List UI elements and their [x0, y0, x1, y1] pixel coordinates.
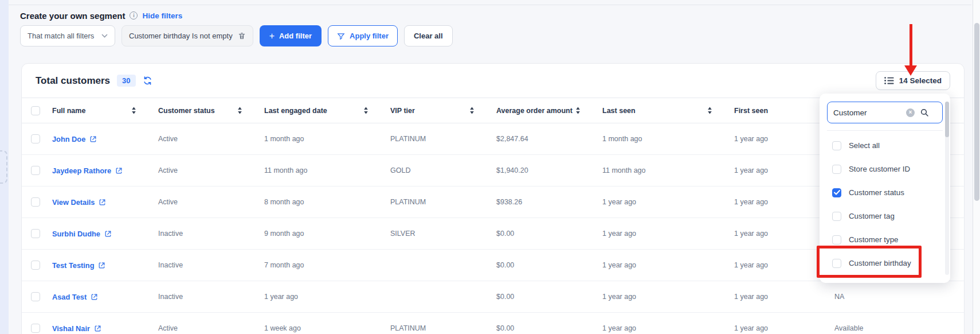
customer-status-cell: Active	[158, 166, 264, 174]
column-header-customer-status[interactable]: Customer status	[158, 107, 264, 115]
column-header-label: First seen	[734, 107, 768, 115]
customer-name-link[interactable]: Asad Test	[52, 293, 87, 301]
unchecked-checkbox[interactable]	[832, 212, 841, 221]
column-header-last-engaged-date[interactable]: Last engaged date	[264, 107, 390, 115]
vip-tier-cell: PLATINUM	[390, 135, 496, 143]
external-link-icon[interactable]	[104, 230, 112, 238]
column-option-list: Select allStore customer IDCustomer stat…	[820, 134, 950, 275]
customer-name-link[interactable]: View Details	[52, 198, 95, 207]
customer-name-link[interactable]: Surbhi Dudhe	[52, 230, 100, 238]
full-name-cell: Asad Test	[52, 293, 158, 301]
customer-status-cell: Active	[158, 198, 264, 206]
row-checkbox[interactable]	[31, 197, 40, 207]
customer-status-cell: Inactive	[158, 230, 264, 238]
customer-status-cell: Inactive	[158, 261, 264, 269]
refresh-icon[interactable]	[143, 76, 152, 86]
last-seen-cell: 1 year ago	[602, 293, 734, 301]
collapsed-rail-fragment	[0, 150, 7, 184]
customer-name-link[interactable]: Test Testing	[52, 261, 94, 270]
row-checkbox[interactable]	[31, 292, 40, 301]
apply-filter-label: Apply filter	[350, 32, 389, 40]
unchecked-checkbox[interactable]	[832, 235, 841, 244]
customer-status-cell: Active	[158, 324, 264, 332]
add-filter-button[interactable]: + Add filter	[260, 25, 322, 46]
count-badge: 30	[117, 75, 135, 87]
column-option-customer-status[interactable]: Customer status	[820, 181, 950, 204]
last-engaged-date-cell: 1 month ago	[264, 135, 390, 143]
customer-name-link[interactable]: John Doe	[52, 135, 85, 143]
full-name-cell: Surbhi Dudhe	[52, 230, 158, 238]
column-option-label: Customer status	[849, 188, 904, 197]
panel-scrollbar[interactable]	[945, 102, 949, 275]
filter-bar: That match all filters Customer birthday…	[20, 25, 453, 46]
column-header-label: Last seen	[602, 107, 636, 115]
column-header-average-order-amount[interactable]: Average order amount	[496, 107, 602, 115]
funnel-icon	[337, 32, 345, 40]
trash-icon[interactable]	[238, 32, 246, 40]
column-option-label: Store customer ID	[849, 165, 910, 173]
active-filter-chip[interactable]: Customer birthday Is not empty	[121, 25, 253, 46]
column-search-input[interactable]	[833, 108, 901, 117]
external-link-icon[interactable]	[94, 325, 101, 332]
row-checkbox-cell	[22, 261, 52, 270]
sort-icon[interactable]	[707, 107, 712, 114]
external-link-icon[interactable]	[89, 135, 97, 143]
info-icon[interactable]: i	[130, 11, 138, 20]
last-seen-cell: 11 month ago	[602, 166, 734, 174]
customer-name-link[interactable]: Jaydeep Rathore	[52, 166, 111, 175]
row-checkbox[interactable]	[31, 166, 40, 175]
sort-icon[interactable]	[237, 107, 242, 114]
select-all-rows-checkbox[interactable]	[31, 106, 40, 115]
unchecked-checkbox[interactable]	[832, 259, 841, 268]
customer-name-link[interactable]: Vishal Nair	[52, 324, 90, 333]
red-arrow-head	[904, 65, 917, 76]
last-engaged-date-cell: 9 month ago	[264, 230, 390, 238]
column-option-store-customer-id[interactable]: Store customer ID	[820, 157, 950, 181]
apply-filter-button[interactable]: Apply filter	[328, 25, 398, 46]
search-icon[interactable]	[920, 108, 929, 117]
row-checkbox[interactable]	[31, 229, 40, 238]
panel-scroll-thumb[interactable]	[945, 102, 949, 137]
chevron-down-icon	[101, 34, 108, 38]
column-option-customer-type[interactable]: Customer type	[820, 228, 950, 251]
column-header-full-name[interactable]: Full name	[52, 107, 158, 115]
page-scroll-thumb[interactable]	[974, 23, 979, 201]
external-link-icon[interactable]	[98, 262, 105, 269]
column-header-last-seen[interactable]: Last seen	[602, 107, 734, 115]
clear-all-label: Clear all	[414, 32, 443, 40]
unchecked-checkbox[interactable]	[832, 165, 841, 174]
column-option-label: Customer birthday	[849, 259, 911, 267]
row-checkbox[interactable]	[31, 261, 40, 270]
column-option-customer-birthday[interactable]: Customer birthday	[820, 251, 950, 275]
clear-icon[interactable]: ×	[906, 108, 915, 117]
match-mode-value: That match all filters	[28, 32, 94, 40]
external-link-icon[interactable]	[115, 167, 123, 174]
clear-all-button[interactable]: Clear all	[404, 25, 453, 46]
external-link-icon[interactable]	[99, 199, 106, 206]
sort-icon[interactable]	[363, 107, 369, 114]
card-header: Total customers 30 14 Selected	[22, 64, 964, 98]
row-checkbox[interactable]	[31, 134, 40, 143]
external-link-icon[interactable]	[91, 293, 98, 301]
sort-icon[interactable]	[469, 107, 475, 114]
column-header-vip-tier[interactable]: VIP tier	[390, 107, 496, 115]
row-checkbox[interactable]	[31, 324, 40, 333]
filter-chip-label: Customer birthday Is not empty	[129, 32, 233, 40]
column-option-select-all[interactable]: Select all	[820, 134, 950, 157]
column-option-label: Customer tag	[849, 212, 895, 220]
selected-button-label: 14 Selected	[899, 76, 942, 85]
match-mode-select[interactable]: That match all filters	[20, 25, 115, 46]
row-checkbox-cell	[22, 229, 52, 238]
list-icon	[884, 77, 894, 84]
checked-checkbox[interactable]	[832, 188, 841, 197]
header-checkbox-cell	[22, 106, 52, 115]
sort-icon[interactable]	[131, 107, 136, 114]
sort-icon[interactable]	[575, 107, 581, 114]
last-seen-cell: 1 year ago	[602, 198, 734, 206]
page-scrollbar[interactable]	[973, 0, 980, 334]
hide-filters-link[interactable]: Hide filters	[142, 11, 182, 20]
unchecked-checkbox[interactable]	[832, 141, 841, 150]
column-option-customer-tag[interactable]: Customer tag	[820, 204, 950, 228]
last-engaged-date-cell: 7 month ago	[264, 261, 390, 269]
table-row: Vishal NairActive1 week agoPLATINUM$0.00…	[22, 313, 964, 334]
